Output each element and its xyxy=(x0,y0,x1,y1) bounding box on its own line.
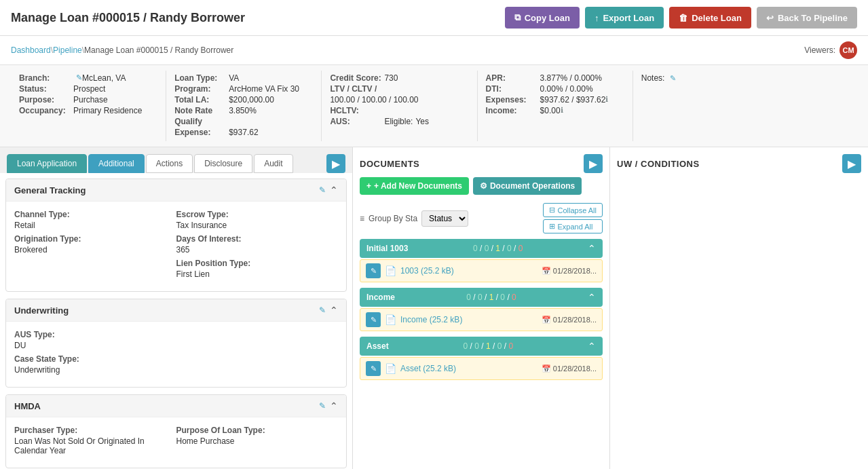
collapse-all-button[interactable]: ⊟ Collapse All xyxy=(543,203,603,217)
avatar: CM xyxy=(839,41,857,59)
collapse-expand-buttons: ⊟ Collapse All ⊞ Expand All xyxy=(543,203,603,233)
doc-item-link-income[interactable]: Income (25.2 kB) xyxy=(400,315,537,324)
documents-next-arrow[interactable]: ▶ xyxy=(584,154,603,173)
main-content: Loan Application Additional Actions Disc… xyxy=(0,147,868,469)
notes-edit-icon[interactable]: ✎ xyxy=(670,74,676,82)
status-select[interactable]: Status xyxy=(421,210,468,227)
documents-panel: DOCUMENTS ▶ + + Add New Documents ⚙ Docu… xyxy=(353,147,610,469)
doc-item-income: ✎ 📄 Income (25.2 kB) 📅 01/28/2018... xyxy=(360,308,603,331)
underwriting-title: Underwriting xyxy=(14,305,69,316)
uw-title: UW / CONDITIONS xyxy=(617,159,700,169)
info-section-branch: Branch: ✎ McLean, VA Status: Prospect Pu… xyxy=(11,71,166,141)
group-by-label: Group By Sta xyxy=(369,214,417,223)
branch-edit-icon[interactable]: ✎ xyxy=(76,73,82,82)
breadcrumb: Dashboard \ Pipeline \ Manage Loan #0000… xyxy=(0,36,868,65)
doc-file-icon: 📄 xyxy=(385,265,396,276)
tab-actions[interactable]: Actions xyxy=(146,154,193,173)
origination-type-group: Origination Type: Brokered xyxy=(14,234,176,255)
add-documents-button[interactable]: + + Add New Documents xyxy=(360,177,469,195)
breadcrumb-dashboard[interactable]: Dashboard xyxy=(11,45,51,55)
doc-item-date: 📅 01/28/2018... xyxy=(542,267,597,276)
info-section-loan-type: Loan Type: VA Program: ArcHome VA Fix 30… xyxy=(166,71,322,141)
general-tracking-title: General Tracking xyxy=(14,185,86,195)
hmda-header: HMDA ✎ ⌃ xyxy=(6,395,346,417)
info-bar: Branch: ✎ McLean, VA Status: Prospect Pu… xyxy=(0,65,868,147)
collapse-icon: ⊟ xyxy=(549,206,555,214)
doc-group-title: Initial 1003 xyxy=(366,244,408,253)
purchaser-type-group: Purchaser Type: Loan Was Not Sold Or Ori… xyxy=(14,426,176,455)
escrow-type-group: Escrow Type: Tax Insurance xyxy=(176,210,339,230)
underwriting-edit-icon[interactable]: ✎ xyxy=(319,305,326,315)
tabs-row: Loan Application Additional Actions Disc… xyxy=(0,147,352,173)
case-state-group: Case State Type: Underwriting xyxy=(14,354,338,375)
general-tracking-collapse-icon[interactable]: ⌃ xyxy=(330,185,338,195)
doc-group-counts: 0 / 0 / 1 / 0 / 0 xyxy=(466,293,516,302)
doc-group-income: Income 0 / 0 / 1 / 0 / 0 ⌃ ✎ 📄 Income (2… xyxy=(360,288,603,331)
doc-item-edit-button[interactable]: ✎ xyxy=(366,263,381,278)
general-tracking-edit-icon[interactable]: ✎ xyxy=(319,185,326,195)
breadcrumb-current: Manage Loan #000015 / Randy Borrower xyxy=(84,45,233,55)
doc-item-edit-button[interactable]: ✎ xyxy=(366,312,381,327)
filter-label: ≡ xyxy=(360,214,364,223)
expand-all-button[interactable]: ⊞ Expand All xyxy=(543,219,603,233)
hmda-collapse-icon[interactable]: ⌃ xyxy=(330,400,338,411)
notes-section: Notes: ✎ xyxy=(633,71,857,141)
doc-group-title: Income xyxy=(366,293,395,302)
doc-item-link-1003[interactable]: 1003 (25.2 kB) xyxy=(400,266,537,276)
general-tracking-header: General Tracking ✎ ⌃ xyxy=(6,179,346,202)
copy-icon: ⧉ xyxy=(514,12,521,23)
expense-info-icon[interactable]: ℹ xyxy=(605,95,608,104)
doc-file-icon: 📄 xyxy=(385,363,396,374)
page-title: Manage Loan #000015 / Randy Borrower xyxy=(11,11,245,25)
hmda-edit-icon[interactable]: ✎ xyxy=(319,401,326,411)
general-tracking-body: Channel Type: Retail Escrow Type: Tax In… xyxy=(6,202,346,291)
trash-icon: 🗑 xyxy=(679,13,687,23)
doc-item-date: 📅 01/28/2018... xyxy=(542,316,597,324)
export-loan-button[interactable]: ↑ Export Loan xyxy=(585,7,664,29)
info-section-credit: Credit Score: 730 LTV / CLTV / 100.00 / … xyxy=(322,71,477,141)
documents-title: DOCUMENTS xyxy=(360,159,419,169)
doc-filter: ≡ Group By Sta Status ⊟ Collapse All ⊞ E… xyxy=(353,200,609,239)
aus-type-group: AUS Type: DU xyxy=(14,330,338,350)
left-panel: Loan Application Additional Actions Disc… xyxy=(0,147,353,469)
doc-group-asset-header[interactable]: Asset 0 / 0 / 1 / 0 / 0 ⌃ xyxy=(360,337,603,356)
doc-group-initial-1003-header[interactable]: Initial 1003 0 / 0 / 1 / 0 / 0 ⌃ xyxy=(360,239,603,258)
add-icon: + xyxy=(366,181,371,191)
tab-disclosure[interactable]: Disclosure xyxy=(194,154,252,173)
back-to-pipeline-button[interactable]: ↩ Back To Pipeline xyxy=(757,7,857,29)
back-icon: ↩ xyxy=(766,13,774,23)
doc-group-title: Asset xyxy=(366,341,389,351)
group-collapse-icon: ⌃ xyxy=(588,292,596,303)
doc-item-date: 📅 01/28/2018... xyxy=(542,364,597,373)
hmda-body: Purchaser Type: Loan Was Not Sold Or Ori… xyxy=(6,417,346,468)
uw-panel: UW / CONDITIONS ▶ xyxy=(610,147,868,469)
expand-icon: ⊞ xyxy=(549,222,555,231)
tab-additional[interactable]: Additional xyxy=(88,154,145,173)
doc-group-counts: 0 / 0 / 1 / 0 / 0 xyxy=(464,341,514,351)
days-of-interest-group: Days Of Interest: 365 xyxy=(176,234,339,255)
hmda-icons: ✎ ⌃ xyxy=(319,400,338,411)
underwriting-header: Underwriting ✎ ⌃ xyxy=(6,299,346,322)
uw-next-arrow[interactable]: ▶ xyxy=(842,154,861,173)
export-icon: ↑ xyxy=(595,13,599,23)
delete-loan-button[interactable]: 🗑 Delete Loan xyxy=(669,7,751,29)
doc-group-income-header[interactable]: Income 0 / 0 / 1 / 0 / 0 ⌃ xyxy=(360,288,603,307)
doc-group-initial-1003: Initial 1003 0 / 0 / 1 / 0 / 0 ⌃ ✎ 📄 100… xyxy=(360,239,603,282)
section-underwriting: Underwriting ✎ ⌃ AUS Type: DU xyxy=(5,299,347,388)
tab-loan-application[interactable]: Loan Application xyxy=(7,154,87,173)
lien-position-group xyxy=(14,259,176,279)
panel-content: General Tracking ✎ ⌃ Channel Type: Retai… xyxy=(0,173,352,469)
income-info-icon[interactable]: ℹ xyxy=(561,106,563,115)
header-buttons: ⧉ Copy Loan ↑ Export Loan 🗑 Delete Loan … xyxy=(505,7,857,29)
tab-audit[interactable]: Audit xyxy=(254,154,293,173)
copy-loan-button[interactable]: ⧉ Copy Loan xyxy=(505,7,580,29)
doc-item-1003: ✎ 📄 1003 (25.2 kB) 📅 01/28/2018... xyxy=(360,259,603,282)
doc-item-edit-button[interactable]: ✎ xyxy=(366,361,381,376)
breadcrumb-pipeline[interactable]: Pipeline xyxy=(53,45,82,55)
underwriting-collapse-icon[interactable]: ⌃ xyxy=(330,305,338,316)
general-tracking-icons: ✎ ⌃ xyxy=(319,185,338,195)
document-operations-button[interactable]: ⚙ Document Operations xyxy=(473,177,582,195)
doc-item-link-asset[interactable]: Asset (25.2 kB) xyxy=(400,364,537,373)
tabs-next-arrow[interactable]: ▶ xyxy=(326,154,345,173)
doc-file-icon: 📄 xyxy=(385,314,396,325)
